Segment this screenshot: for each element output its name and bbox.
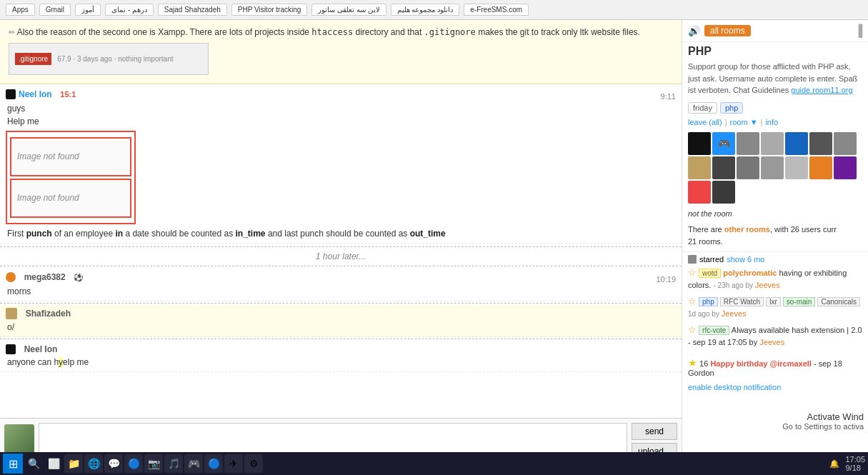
send-button[interactable]: send bbox=[632, 423, 677, 440]
sav-6[interactable] bbox=[809, 132, 832, 155]
taskbar-blue2[interactable]: 🔵 bbox=[204, 454, 223, 473]
taskbar-extra[interactable]: ⚙ bbox=[244, 454, 263, 473]
speaker-icon: 🔊 bbox=[688, 25, 700, 36]
taskbar-folder[interactable]: 📁 bbox=[64, 454, 83, 473]
starred-header: starred show 6 mo bbox=[688, 255, 862, 264]
sav-2[interactable]: 🎮 bbox=[712, 132, 735, 155]
sidebar-notice: not the room bbox=[682, 206, 868, 221]
rfc-vote-tag: rfc-vote bbox=[699, 326, 729, 335]
taskbar-music[interactable]: 🎵 bbox=[164, 454, 183, 473]
sav-12[interactable] bbox=[785, 156, 808, 179]
taskbar-game[interactable]: 🎮 bbox=[184, 454, 203, 473]
separator-2 bbox=[0, 339, 682, 339]
birthday-person[interactable]: Gordon bbox=[688, 369, 714, 377]
preview-text: Also the reason of the second one is Xam… bbox=[17, 27, 640, 37]
link-info[interactable]: info bbox=[765, 118, 778, 126]
msg-username-mega[interactable]: mega6382 bbox=[24, 272, 66, 282]
sav-14[interactable] bbox=[834, 156, 857, 179]
messages-scroll[interactable]: ✏ Also the reason of the second one is X… bbox=[0, 20, 682, 418]
wotd-tag: wotd bbox=[699, 269, 721, 278]
starred-item-1: ☆ wotd polychromatic having or exhibitin… bbox=[688, 266, 862, 291]
tag-friday[interactable]: friday bbox=[688, 102, 717, 114]
link-room[interactable]: room ▼ bbox=[730, 118, 758, 126]
tab-gmail[interactable]: Gmail bbox=[39, 4, 71, 16]
notif-link[interactable]: enable desktop notification bbox=[688, 383, 781, 391]
message-shafizadeh: Shafizadeh o/ bbox=[0, 305, 682, 337]
sav-15[interactable] bbox=[688, 181, 711, 204]
tab-5[interactable]: Sajad Shahzadeh bbox=[158, 4, 227, 16]
right-sidebar: 🔊 all rooms ▐ PHP Support group for thos… bbox=[682, 20, 868, 475]
taskbar-search[interactable]: 🔍 bbox=[24, 454, 43, 473]
wotd-meta: - 23h ago by bbox=[713, 281, 754, 289]
msg-counter-neel: 15:1 bbox=[60, 90, 76, 99]
all-rooms-tag[interactable]: all rooms bbox=[704, 25, 751, 36]
sidebar-expand-icon[interactable]: ▐ bbox=[854, 24, 862, 37]
taskbar-chat[interactable]: 💬 bbox=[104, 454, 123, 473]
other-rooms-text: There are other rooms, with 26 users cur… bbox=[688, 225, 837, 246]
sav-3[interactable] bbox=[737, 132, 759, 155]
message-neel-ion: Neel Ion 15:1 9:11 guys Help me Image no… bbox=[0, 84, 682, 244]
taskbar-task-view[interactable]: ⬜ bbox=[44, 454, 63, 473]
tag-php[interactable]: php bbox=[720, 102, 743, 114]
gitignore-tag: .gitignore bbox=[15, 53, 51, 65]
sav-1[interactable] bbox=[688, 132, 711, 155]
image-not-found-1: Image not found bbox=[10, 137, 131, 176]
sidebar-header: 🔊 all rooms ▐ bbox=[682, 20, 868, 42]
so-main-tag: so-main bbox=[783, 297, 816, 306]
tab-apps[interactable]: Apps bbox=[6, 4, 35, 16]
item2-person[interactable]: Jeeves bbox=[722, 309, 747, 318]
message-neel-2: Neel Ion anyone can hyelp me bbox=[0, 341, 682, 372]
sav-16[interactable] bbox=[712, 181, 735, 204]
taskbar: ⊞ 🔍 ⬜ 📁 🌐 💬 🔵 📷 🎵 🎮 🔵 ✈ ⚙ 🔔 17:059/18 bbox=[0, 452, 868, 475]
item3-person[interactable]: Jeeves bbox=[759, 338, 784, 346]
star-icon-3[interactable]: ☆ bbox=[688, 324, 697, 335]
guide-link[interactable]: guide.room11.org bbox=[791, 86, 852, 94]
taskbar-blue1[interactable]: 🔵 bbox=[124, 454, 143, 473]
star-icon-2[interactable]: ☆ bbox=[688, 296, 697, 306]
taskbar-right: 🔔 17:059/18 bbox=[829, 455, 865, 472]
rfc-tag: RFC Watch bbox=[720, 297, 764, 306]
tab-6[interactable]: PHP Visitor tracking bbox=[231, 4, 308, 16]
sav-11[interactable] bbox=[761, 156, 784, 179]
starred-show[interactable]: show 6 mo bbox=[727, 255, 764, 264]
msg-username-neel2[interactable]: Neel Ion bbox=[24, 344, 58, 354]
sav-4[interactable] bbox=[761, 132, 784, 155]
tab-9[interactable]: e-FreeSMS.com bbox=[464, 4, 529, 16]
taskbar-telegram[interactable]: ✈ bbox=[224, 454, 243, 473]
sav-5[interactable] bbox=[785, 132, 808, 155]
canonicals-tag: Canonicals bbox=[817, 297, 859, 306]
taskbar-photo[interactable]: 📷 bbox=[144, 454, 163, 473]
sav-13[interactable] bbox=[809, 156, 832, 179]
wotd-person[interactable]: Jeeves bbox=[755, 281, 780, 289]
msg-time-neel: 9:11 bbox=[661, 92, 676, 101]
avatar-neel bbox=[6, 89, 16, 99]
tab-3[interactable]: آموز bbox=[75, 4, 101, 16]
sav-9[interactable] bbox=[712, 156, 735, 179]
tab-7[interactable]: لاین سه تعلقی ساتور bbox=[311, 4, 386, 16]
birthday-text: Happy birthday @ircmaxell bbox=[710, 359, 814, 368]
item2-meta: 1d ago by bbox=[688, 310, 722, 318]
sav-7[interactable] bbox=[834, 132, 857, 155]
msg-username-shafizadeh[interactable]: Shafizadeh bbox=[26, 309, 71, 319]
msg-punch-text: First punch of an employee in a date sho… bbox=[6, 227, 676, 240]
msg-line-shafizadeh: o/ bbox=[6, 321, 676, 334]
sidebar-links-row: leave (all) | room ▼ | info bbox=[682, 116, 868, 129]
link-leave-all[interactable]: leave (all) bbox=[688, 118, 722, 126]
room-description: Support group for those afflicted with P… bbox=[682, 61, 868, 99]
sav-10[interactable] bbox=[737, 156, 759, 179]
polychromatic-word: polychromatic bbox=[723, 269, 777, 277]
windows-button[interactable]: ⊞ bbox=[3, 454, 23, 474]
tab-4[interactable]: درهم - نمای bbox=[105, 4, 154, 16]
msg-time-mega: 10:19 bbox=[656, 275, 676, 284]
birthday-name[interactable]: Happy birthday @ircmaxell bbox=[710, 359, 812, 368]
tab-8[interactable]: دانلود مجموعه هلیم bbox=[391, 4, 460, 16]
star-icon-1[interactable]: ☆ bbox=[688, 267, 697, 278]
birthday-meta: - sep 18 bbox=[814, 359, 842, 368]
taskbar-notif-icon: 🔔 bbox=[829, 459, 839, 469]
lxr-tag: lxr bbox=[766, 297, 781, 306]
sav-8[interactable] bbox=[688, 156, 711, 179]
room-name: PHP bbox=[682, 42, 868, 61]
taskbar-chrome[interactable]: 🌐 bbox=[84, 454, 103, 473]
starred-label: starred bbox=[699, 255, 724, 264]
msg-username-neel[interactable]: Neel Ion bbox=[19, 89, 52, 99]
